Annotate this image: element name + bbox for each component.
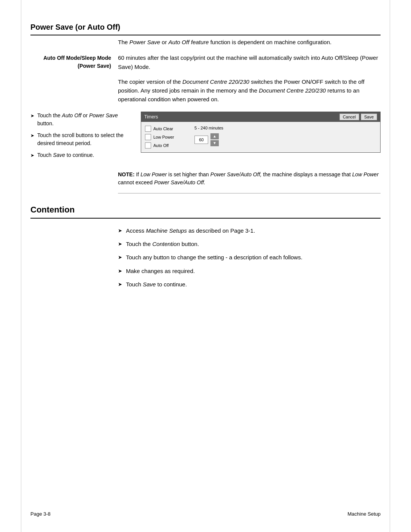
timers-save-button[interactable]: Save xyxy=(361,113,377,120)
note-italic2: Power Save/Auto Off, xyxy=(210,171,262,177)
contention-bullet-2-text: Touch the Contention button. xyxy=(126,240,199,248)
contention-bullet-4: ➤ Make changes as required. xyxy=(118,267,381,275)
timer-range-label: 5 - 240 minutes xyxy=(194,126,223,130)
note-text3: the machine displays a message that xyxy=(261,171,352,177)
timer-up-arrow[interactable]: ▲ xyxy=(210,133,219,139)
bullet-1-italic1: Auto Off xyxy=(62,112,81,118)
page-container: Power Save (or Auto Off) The Power Save … xyxy=(0,0,411,532)
para2-italic1: Document Centre 220/230 xyxy=(182,78,249,85)
timer-row-autoclear: Auto Clear xyxy=(145,126,191,132)
timer-row-lowpower: Low Power xyxy=(145,134,191,140)
contention-italic5: Save xyxy=(143,281,156,288)
timers-header-buttons: Cancel Save xyxy=(339,113,377,120)
bullet-3-italic: Save xyxy=(53,152,65,158)
intro-italic2: Auto Off feature xyxy=(169,39,209,45)
timers-cancel-button[interactable]: Cancel xyxy=(339,113,359,120)
contention-bullet-5-text: Touch Save to continue. xyxy=(126,280,187,289)
timer-arrows: ▲ ▼ xyxy=(210,133,219,146)
footer-left: Page 3-8 xyxy=(30,511,51,517)
power-save-section: Power Save (or Auto Off) The Power Save … xyxy=(30,23,381,193)
timer-label-lowpower: Low Power xyxy=(153,135,174,139)
timer-checkbox-autoclear[interactable] xyxy=(145,126,151,132)
para2-italic2: Document Centre 220/230 xyxy=(259,87,326,94)
timer-row-autooff: Auto Off xyxy=(145,142,191,149)
timers-right-panel: 5 - 240 minutes 60 ▲ ▼ xyxy=(194,126,223,149)
bullet-2: ➤ Touch the scroll buttons to select the… xyxy=(30,131,133,147)
note-italic1: Low Power xyxy=(140,171,167,177)
intro-text-before: The xyxy=(118,39,129,45)
note-italic4: Power Save/Auto Off. xyxy=(154,179,206,185)
para2-before: The copier version of the xyxy=(118,78,182,85)
section-title-contention: Contention xyxy=(30,205,381,219)
contention-bullet-1-text: Access Machine Setups as described on Pa… xyxy=(126,226,255,235)
contention-bullet-3-text: Touch any button to change the setting -… xyxy=(126,253,303,262)
contention-section: Contention ➤ Access Machine Setups as de… xyxy=(30,205,381,289)
bullet-2-text: Touch the scroll buttons to select the d… xyxy=(37,131,133,147)
timer-input-box[interactable]: 60 xyxy=(194,136,208,144)
timers-left-panel: Auto Clear Low Power Auto Off xyxy=(145,126,191,149)
bullet-1-italic2: Power Save xyxy=(89,112,118,118)
note-italic3: Low Power xyxy=(352,171,379,177)
section-title-power-save: Power Save (or Auto Off) xyxy=(30,23,381,35)
timers-header: Timers Cancel Save xyxy=(141,112,380,122)
contention-arrow-5: ➤ xyxy=(118,281,122,288)
contention-italic1: Machine Setups xyxy=(146,227,187,234)
note-text4: cannot exceed xyxy=(118,179,154,185)
timers-header-title: Timers xyxy=(144,114,158,120)
margin-line-right xyxy=(390,0,390,532)
timer-checkbox-lowpower[interactable] xyxy=(145,134,151,140)
contention-bullet-3: ➤ Touch any button to change the setting… xyxy=(118,253,381,262)
contention-bullet-1: ➤ Access Machine Setups as described on … xyxy=(118,226,381,235)
contention-arrow-1: ➤ xyxy=(118,227,122,235)
auto-off-label-line1: Auto Off Mode/Sleep Mode xyxy=(43,55,111,61)
auto-off-section: Auto Off Mode/Sleep Mode (Power Save) 60… xyxy=(30,53,381,71)
page-footer: Page 3-8 Machine Setup xyxy=(30,511,381,517)
bullet-1-text: Touch the Auto Off or Power Save button. xyxy=(37,112,133,128)
margin-line-left xyxy=(21,0,21,532)
auto-off-body: 60 minutes after the last copy/print out… xyxy=(118,53,381,71)
note-section: NOTE: If Low Power is set higher than Po… xyxy=(118,171,381,193)
timers-body: Auto Clear Low Power Auto Off 5 - 240 mi… xyxy=(141,122,380,152)
intro-italic1: Power Save xyxy=(129,39,160,45)
contention-arrow-3: ➤ xyxy=(118,254,122,261)
bullet-arrow-2: ➤ xyxy=(30,132,34,139)
note-bold: NOTE: xyxy=(118,171,135,177)
timer-input-area: 60 ▲ ▼ xyxy=(194,133,219,146)
timer-label-autooff: Auto Off xyxy=(153,143,169,148)
contention-bullets: ➤ Access Machine Setups as described on … xyxy=(118,226,381,289)
bullet-arrow-1: ➤ xyxy=(30,112,34,119)
timer-label-autoclear: Auto Clear xyxy=(153,126,173,131)
auto-off-label-line2: (Power Save) xyxy=(78,63,111,69)
contention-italic2: Contention xyxy=(152,241,180,247)
bullet-3: ➤ Touch Save to continue. xyxy=(30,151,133,159)
bullets-left: ➤ Touch the Auto Off or Power Save butto… xyxy=(30,112,141,163)
footer-right: Machine Setup xyxy=(347,511,381,517)
note-text1: If xyxy=(135,171,141,177)
contention-arrow-4: ➤ xyxy=(118,267,122,275)
intro-paragraph: The Power Save or Auto Off feature funct… xyxy=(118,38,381,46)
timer-checkbox-autooff[interactable] xyxy=(145,142,151,149)
bullet-arrow-3: ➤ xyxy=(30,152,34,159)
bullets-screenshot-area: ➤ Touch the Auto Off or Power Save butto… xyxy=(30,112,381,163)
contention-bullet-5: ➤ Touch Save to continue. xyxy=(118,280,381,289)
contention-arrow-2: ➤ xyxy=(118,240,122,248)
bullet-1: ➤ Touch the Auto Off or Power Save butto… xyxy=(30,112,133,128)
auto-off-label: Auto Off Mode/Sleep Mode (Power Save) xyxy=(30,53,118,71)
bullet-3-text: Touch Save to continue. xyxy=(37,151,94,159)
intro-text-mid: or xyxy=(160,39,169,45)
contention-bullet-4-text: Make changes as required. xyxy=(126,267,195,275)
intro-text-after: function is dependent on machine configu… xyxy=(209,39,331,45)
second-paragraph: The copier version of the Document Centr… xyxy=(118,77,381,104)
timer-down-arrow[interactable]: ▼ xyxy=(210,140,219,146)
contention-bullet-2: ➤ Touch the Contention button. xyxy=(118,240,381,248)
note-text2: is set higher than xyxy=(167,171,210,177)
timers-screenshot: Timers Cancel Save Auto Clear xyxy=(141,112,381,153)
